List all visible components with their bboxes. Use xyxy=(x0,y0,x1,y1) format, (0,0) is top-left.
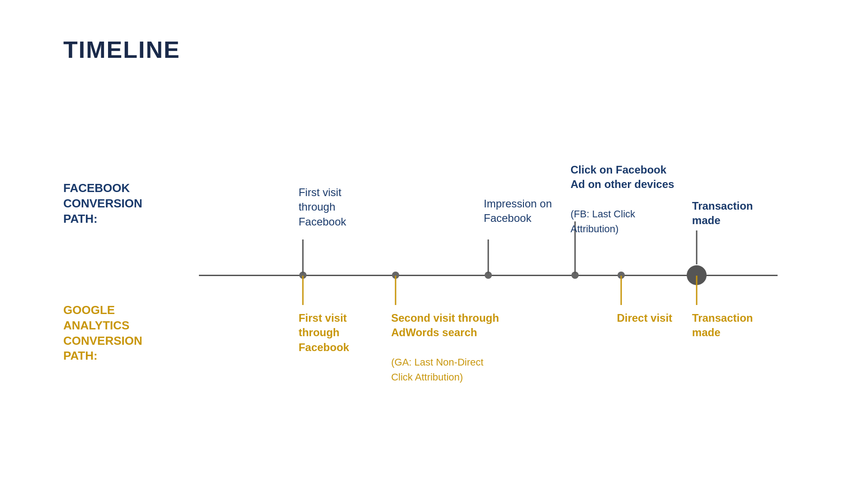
label-fb-transaction: Transactionmade xyxy=(692,199,783,228)
label-ga-event2: Second visit throughAdWords search (GA: … xyxy=(391,311,527,384)
page-container: TIMELINE FACEBOOK CONVERSION PATH: GOOGL… xyxy=(0,0,868,488)
label-ga-event1: First visitthroughFacebook xyxy=(298,311,389,355)
label-fb-event3: Impression onFacebook xyxy=(484,197,583,226)
tick-above-event6 xyxy=(696,230,697,264)
ga-path-label: GOOGLE ANALYTICS CONVERSION PATH: xyxy=(63,303,190,364)
fb-attribution-note: (FB: Last ClickAttribution) xyxy=(571,208,635,234)
label-fb-event1: First visitthroughFacebook xyxy=(298,185,389,229)
tick-below-event5 xyxy=(621,276,622,305)
label-fb-event4: Click on FacebookAd on other devices (FB… xyxy=(571,163,688,236)
tick-below-event6 xyxy=(696,276,697,305)
timeline-section: FACEBOOK CONVERSION PATH: GOOGLE ANALYTI… xyxy=(63,90,805,361)
tick-below-event2 xyxy=(395,276,396,305)
fb-path-label: FACEBOOK CONVERSION PATH: xyxy=(63,181,190,226)
tick-below-event1 xyxy=(302,276,304,305)
label-ga-transaction: Transactionmade xyxy=(692,311,783,340)
ga-attribution-note: (GA: Last Non-DirectClick Attribution) xyxy=(391,357,483,382)
page-title: TIMELINE xyxy=(63,36,805,63)
tick-above-event1 xyxy=(302,239,304,273)
tick-above-event3 xyxy=(488,239,489,273)
